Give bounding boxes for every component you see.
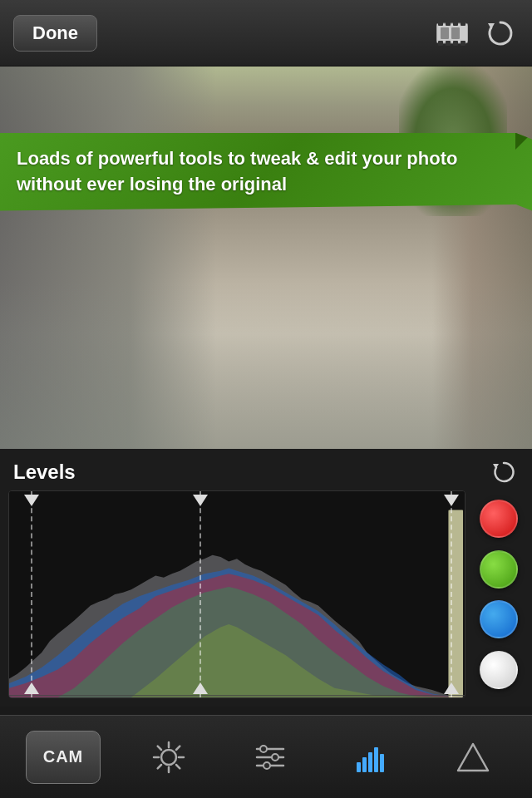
- svg-point-31: [264, 762, 270, 769]
- histogram-chart: [9, 491, 465, 697]
- svg-line-24: [176, 746, 180, 749]
- svg-rect-5: [461, 21, 466, 26]
- svg-marker-12: [488, 23, 495, 29]
- film-strip-button[interactable]: [434, 15, 470, 52]
- svg-rect-34: [368, 752, 372, 772]
- svg-point-17: [161, 750, 176, 765]
- svg-line-22: [158, 746, 161, 749]
- levels-header: Levels: [0, 449, 532, 490]
- white-point-slider-bottom[interactable]: [444, 682, 459, 694]
- levels-nav-item[interactable]: [338, 724, 405, 791]
- svg-point-29: [260, 746, 267, 752]
- black-point-line: [31, 491, 32, 697]
- svg-rect-10: [441, 27, 449, 39]
- svg-marker-37: [458, 744, 488, 771]
- top-bar: Done: [0, 0, 532, 66]
- svg-rect-8: [453, 41, 458, 46]
- levels-reset-button[interactable]: [489, 457, 519, 487]
- svg-point-30: [272, 754, 278, 761]
- photo-banner: Loads of powerful tools to tweak & edit …: [0, 133, 532, 211]
- white-point-slider-top[interactable]: [444, 495, 459, 506]
- reset-button[interactable]: [482, 15, 519, 52]
- cam-button[interactable]: CAM: [26, 731, 101, 784]
- svg-rect-7: [446, 41, 451, 46]
- mid-point-slider-top[interactable]: [193, 495, 208, 506]
- photo-overlay-bottom: [0, 283, 532, 449]
- svg-rect-9: [461, 41, 466, 46]
- svg-rect-36: [380, 754, 384, 772]
- white-point-line: [451, 491, 452, 697]
- svg-rect-35: [374, 747, 378, 772]
- svg-rect-6: [438, 41, 443, 46]
- black-point-slider-bottom[interactable]: [24, 682, 39, 694]
- done-button[interactable]: Done: [13, 15, 97, 52]
- bottom-nav: CAM: [0, 715, 532, 798]
- luminosity-channel-button[interactable]: [480, 651, 518, 689]
- top-right-icons: [434, 15, 519, 52]
- color-channel-buttons: [474, 490, 524, 698]
- svg-rect-2: [438, 21, 443, 26]
- svg-rect-32: [357, 762, 361, 772]
- levels-panel: Levels: [0, 449, 532, 707]
- svg-rect-33: [362, 757, 367, 772]
- red-channel-button[interactable]: [480, 500, 518, 538]
- levels-title: Levels: [13, 461, 76, 484]
- mid-point-slider-bottom[interactable]: [193, 682, 208, 694]
- svg-rect-3: [446, 21, 451, 26]
- brightness-nav-item[interactable]: [135, 724, 202, 791]
- banner-text: Loads of powerful tools to tweak & edit …: [17, 146, 515, 198]
- adjust-nav-item[interactable]: [237, 724, 303, 791]
- blue-channel-button[interactable]: [480, 600, 518, 638]
- svg-line-25: [158, 765, 161, 768]
- svg-rect-11: [451, 27, 460, 39]
- histogram-area: [8, 490, 466, 698]
- svg-marker-13: [493, 464, 499, 469]
- black-point-slider-top[interactable]: [24, 495, 39, 506]
- mid-point-line: [200, 491, 201, 697]
- levels-content: [0, 490, 532, 707]
- photo-area: Loads of powerful tools to tweak & edit …: [0, 66, 532, 449]
- svg-rect-4: [453, 21, 458, 26]
- green-channel-button[interactable]: [480, 550, 518, 589]
- curves-nav-item[interactable]: [440, 724, 506, 791]
- svg-line-23: [176, 765, 180, 768]
